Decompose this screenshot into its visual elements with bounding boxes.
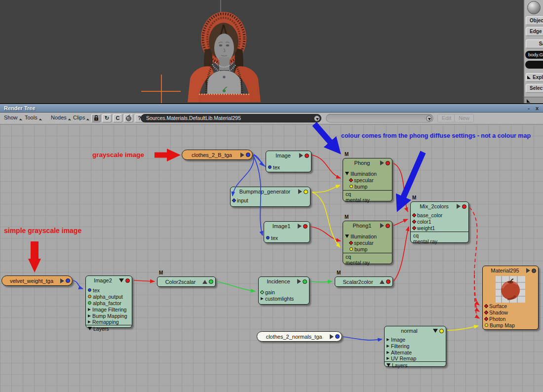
node-scalar2color[interactable]: MScalar2color bbox=[335, 276, 393, 287]
dtri-port-icon[interactable] bbox=[387, 363, 390, 367]
menu-clips[interactable]: Clips bbox=[73, 115, 89, 122]
expand-play-icon[interactable] bbox=[298, 224, 302, 229]
output-port-dot[interactable] bbox=[305, 154, 309, 158]
secondary-dropdown[interactable] bbox=[326, 114, 433, 122]
rtri-port-icon[interactable] bbox=[387, 357, 389, 360]
rtri-port-icon[interactable] bbox=[88, 314, 91, 317]
edge-button[interactable]: Edge bbox=[526, 27, 543, 36]
expand-play-icon[interactable] bbox=[457, 204, 461, 209]
expand-play-icon[interactable] bbox=[298, 189, 302, 194]
output-port-dot[interactable] bbox=[386, 279, 390, 284]
menu-show[interactable]: Show bbox=[4, 115, 22, 122]
expand-down-icon[interactable] bbox=[119, 278, 124, 282]
group-field-empty[interactable] bbox=[525, 61, 543, 69]
circle-port-icon[interactable] bbox=[268, 165, 272, 169]
expand-play-icon[interactable] bbox=[297, 279, 301, 284]
material-path-dropdown[interactable]: Sources.Materials.DefaultLib.Material295 bbox=[141, 114, 321, 122]
rtri-port-icon[interactable] bbox=[261, 297, 264, 300]
circle-port-icon[interactable] bbox=[266, 236, 270, 239]
output-port-dot[interactable] bbox=[303, 224, 308, 229]
node-phong1[interactable]: MPhong1Illuminationspecularbumpcqmental … bbox=[343, 221, 392, 264]
body-group-field[interactable]: body.Gr bbox=[525, 51, 543, 59]
rtri-port-icon[interactable] bbox=[88, 308, 91, 311]
refresh-icon[interactable]: ↻ bbox=[102, 114, 112, 122]
node-clothes_2_normals_tga[interactable]: clothes_2_normals_tga bbox=[257, 331, 342, 342]
diamond-port-icon[interactable] bbox=[412, 213, 416, 217]
menu-nodes[interactable]: Nodes bbox=[51, 115, 71, 122]
diamond-port-icon[interactable] bbox=[412, 219, 416, 223]
circle-port-icon[interactable] bbox=[485, 323, 488, 327]
circle-port-icon[interactable] bbox=[349, 185, 353, 188]
expand-play-icon[interactable] bbox=[380, 223, 384, 228]
expand-play-icon[interactable] bbox=[330, 334, 334, 339]
object-button[interactable]: Object bbox=[526, 16, 543, 25]
node-mix_2colors[interactable]: MMix_2colorsbase_colorcolor1weight1cqmen… bbox=[410, 201, 469, 243]
diamond-port-icon[interactable] bbox=[484, 316, 488, 320]
node-image2[interactable]: Image2texalpha_outputalpha_factorImage F… bbox=[85, 275, 132, 328]
collapse-up-icon[interactable] bbox=[380, 280, 385, 284]
circle-port-icon[interactable] bbox=[349, 247, 353, 251]
rtri-port-icon[interactable] bbox=[387, 345, 389, 348]
connect-icon[interactable]: C bbox=[113, 114, 122, 122]
scene-sphere-icon[interactable] bbox=[527, 1, 541, 14]
circle-port-icon[interactable] bbox=[88, 288, 91, 292]
dtri-port-icon[interactable] bbox=[345, 235, 349, 238]
selection-button[interactable]: Selectio bbox=[526, 84, 543, 93]
expand-play-icon[interactable] bbox=[380, 160, 384, 165]
output-port-dot[interactable] bbox=[439, 329, 444, 333]
expand-play-icon[interactable] bbox=[240, 153, 244, 157]
close-button[interactable]: x bbox=[534, 105, 541, 112]
output-port-dot[interactable] bbox=[209, 279, 213, 284]
lock-icon[interactable] bbox=[91, 114, 101, 122]
output-port-dot[interactable] bbox=[462, 204, 466, 209]
output-port-dot[interactable] bbox=[532, 269, 536, 273]
node-velvet_weight_tga[interactable]: velvet_weight_tga bbox=[1, 275, 73, 286]
circle-port-icon[interactable] bbox=[88, 295, 91, 298]
rtri-port-icon[interactable] bbox=[387, 351, 389, 354]
diamond-port-icon[interactable] bbox=[260, 290, 264, 294]
new-button[interactable]: New bbox=[454, 114, 474, 122]
expand-play-icon[interactable] bbox=[60, 278, 64, 283]
node-image[interactable]: Imagetex bbox=[266, 151, 311, 172]
node-incidence[interactable]: Incidencegaincustomlights bbox=[258, 276, 310, 305]
expand-play-icon[interactable] bbox=[526, 268, 530, 273]
render-tree-titlebar[interactable]: Render Tree - x bbox=[0, 104, 543, 113]
output-port-dot[interactable] bbox=[335, 334, 340, 339]
rtri-port-icon[interactable] bbox=[387, 338, 389, 341]
output-port-dot[interactable] bbox=[386, 161, 390, 165]
chevron-down-icon[interactable] bbox=[314, 116, 320, 121]
node-image1[interactable]: Image1tex bbox=[264, 221, 310, 243]
expand-play-icon[interactable] bbox=[299, 153, 303, 158]
diamond-port-icon[interactable] bbox=[412, 226, 416, 230]
sample-button[interactable]: Sa bbox=[526, 39, 543, 48]
collapse-up-icon[interactable] bbox=[202, 280, 207, 284]
diamond-port-icon[interactable] bbox=[349, 178, 353, 182]
output-port-dot[interactable] bbox=[246, 153, 250, 157]
render-sphere-icon[interactable] bbox=[124, 114, 133, 122]
diamond-port-icon[interactable] bbox=[484, 310, 488, 314]
node-normal[interactable]: normalImageFilteringAlternateUV RemapLay… bbox=[384, 326, 446, 367]
node-color2scalar[interactable]: MColor2scalar bbox=[157, 276, 216, 287]
edit-button[interactable]: Edit bbox=[437, 114, 456, 122]
diamond-port-icon[interactable] bbox=[484, 304, 488, 308]
rtri-port-icon[interactable] bbox=[88, 320, 91, 323]
chevron-down-icon[interactable] bbox=[426, 116, 432, 121]
node-phong[interactable]: MPhongIlluminationspecularbumpcqmental r… bbox=[343, 158, 392, 201]
dtri-port-icon[interactable] bbox=[88, 327, 92, 330]
node-material295[interactable]: Material295SurfaceShadowPhotonBump Map bbox=[482, 266, 539, 330]
viewport-3d[interactable]: Object Edge Sa body.Gr Explor Selectio bbox=[0, 0, 543, 104]
output-port-dot[interactable] bbox=[304, 190, 308, 194]
output-port-dot[interactable] bbox=[386, 224, 390, 228]
dtri-port-icon[interactable] bbox=[345, 172, 349, 175]
diamond-port-icon[interactable] bbox=[349, 240, 353, 244]
output-port-dot[interactable] bbox=[303, 279, 307, 284]
diamond-port-icon[interactable] bbox=[232, 198, 236, 202]
output-port-dot[interactable] bbox=[66, 278, 70, 283]
node-clothes_2_B_tga[interactable]: clothes_2_B_tga bbox=[182, 150, 253, 160]
circle-port-icon[interactable] bbox=[88, 301, 91, 305]
menu-tools[interactable]: Tools bbox=[25, 115, 42, 122]
expand-down-icon[interactable] bbox=[433, 329, 438, 333]
node-bumpmap_generator[interactable]: Bumpmap_generatorinput bbox=[230, 187, 310, 207]
minimize-button[interactable]: - bbox=[525, 105, 532, 112]
output-port-dot[interactable] bbox=[125, 278, 130, 283]
